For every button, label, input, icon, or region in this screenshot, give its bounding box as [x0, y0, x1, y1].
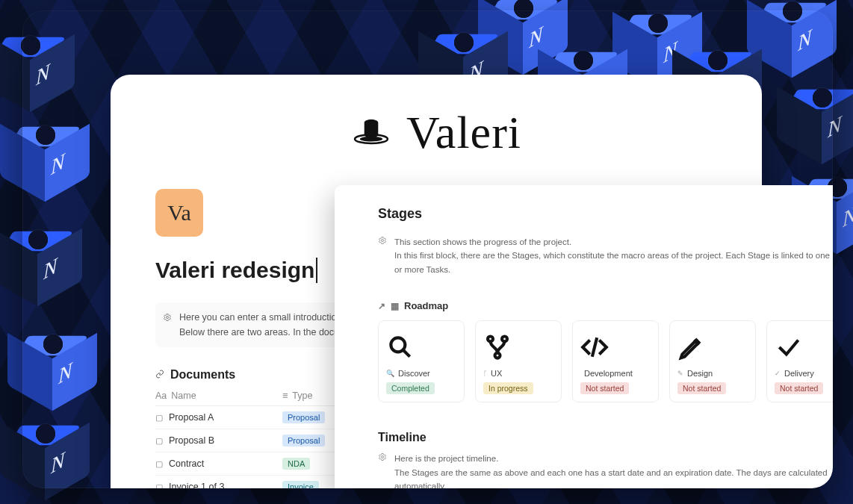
check-mini-icon: ✓: [775, 370, 781, 377]
check-icon: [775, 330, 833, 364]
page-card-stages: Stages This section shows the progress o…: [335, 185, 833, 488]
gear-icon: [163, 311, 172, 326]
doc-name: Proposal B: [169, 435, 214, 446]
board-icon: ▦: [391, 301, 399, 311]
doc-type-tag[interactable]: Invoice: [282, 481, 319, 488]
stage-card[interactable]: ᚴUXIn progress: [475, 320, 562, 402]
stage-card[interactable]: DevelopmentNot started: [572, 320, 659, 402]
stage-card[interactable]: ✓DeliveryNot started: [766, 320, 833, 402]
svg-line-8: [592, 338, 597, 357]
status-badge[interactable]: Not started: [775, 382, 823, 394]
stages-callout[interactable]: This section shows the progress of the p…: [378, 231, 833, 287]
roadmap-board: 🔍DiscoverCompletedᚴUXIn progressDevelopm…: [378, 320, 833, 402]
page-emoji-icon[interactable]: Va: [155, 189, 203, 237]
timeline-heading[interactable]: Timeline: [378, 431, 833, 444]
code-icon: [580, 330, 651, 364]
svg-point-2: [382, 240, 384, 242]
svg-point-5: [488, 337, 493, 342]
doc-name: Contract: [169, 458, 204, 469]
status-badge[interactable]: Not started: [677, 382, 726, 394]
stages-intro-2: In this first block, there are the Stage…: [394, 249, 833, 276]
stage-card[interactable]: 🔍DiscoverCompleted: [378, 320, 465, 402]
stages-heading[interactable]: Stages: [378, 206, 833, 222]
stage-label: Discover: [398, 369, 430, 378]
text-icon: Aa: [155, 391, 167, 401]
list-icon: ≡: [282, 391, 288, 401]
svg-point-1: [167, 317, 169, 319]
status-badge[interactable]: Completed: [386, 382, 435, 394]
column-type[interactable]: Type: [292, 391, 312, 401]
hero-title: Valeri: [406, 106, 521, 159]
doc-name: Invoice 1 of 3: [169, 482, 224, 488]
svg-point-3: [391, 338, 405, 352]
stage-label: Development: [584, 369, 633, 378]
status-badge[interactable]: In progress: [483, 382, 533, 394]
doc-name: Proposal A: [169, 412, 214, 423]
page-hero: Valeri: [111, 75, 762, 159]
text-cursor-icon: [316, 258, 317, 283]
branch-icon: [483, 330, 553, 364]
status-badge[interactable]: Not started: [580, 382, 629, 394]
documents-heading-text: Documents: [170, 368, 235, 382]
page-icon: ▢: [155, 413, 163, 423]
svg-point-6: [502, 337, 507, 342]
page-icon: ▢: [155, 482, 163, 489]
stage-label: Delivery: [784, 369, 814, 378]
page-icon: ▢: [155, 459, 163, 469]
svg-point-7: [495, 353, 500, 358]
top-hat-icon: [351, 111, 391, 155]
doc-type-tag[interactable]: NDA: [282, 458, 310, 470]
timeline-callout[interactable]: Here is the project timeline. The Stages…: [378, 452, 833, 488]
expand-icon: ↗: [378, 301, 385, 311]
column-name[interactable]: Name: [171, 391, 196, 401]
stage-card[interactable]: ✎DesignNot started: [669, 320, 756, 402]
search-mini-icon: 🔍: [386, 370, 394, 377]
pen-mini-icon: ✎: [677, 370, 683, 377]
doc-type-tag[interactable]: Proposal: [282, 435, 325, 447]
pen-icon: [677, 330, 748, 364]
roadmap-heading-text: Roadmap: [404, 300, 448, 311]
svg-line-4: [403, 350, 410, 357]
page-title-text: Valeri redesign: [155, 258, 314, 283]
page-icon: ▢: [155, 436, 163, 446]
gear-icon: [378, 452, 387, 488]
timeline-intro-2: The Stages are the same as above and eac…: [394, 466, 833, 488]
stages-intro-1: This section shows the progress of the p…: [394, 235, 833, 249]
stage-label: Design: [687, 369, 713, 378]
screenshot-frame: Valeri Va Valeri redesign Here you can e…: [22, 10, 833, 488]
svg-point-9: [382, 456, 384, 458]
timeline-intro-1: Here is the project timeline.: [394, 452, 833, 465]
roadmap-view-heading[interactable]: ↗ ▦ Roadmap: [378, 300, 833, 311]
link-icon: [155, 368, 164, 382]
stage-label: UX: [491, 369, 502, 378]
gear-icon: [378, 235, 387, 249]
search-icon: [386, 330, 456, 364]
doc-type-tag[interactable]: Proposal: [282, 411, 325, 423]
branch-mini-icon: ᚴ: [483, 370, 487, 377]
